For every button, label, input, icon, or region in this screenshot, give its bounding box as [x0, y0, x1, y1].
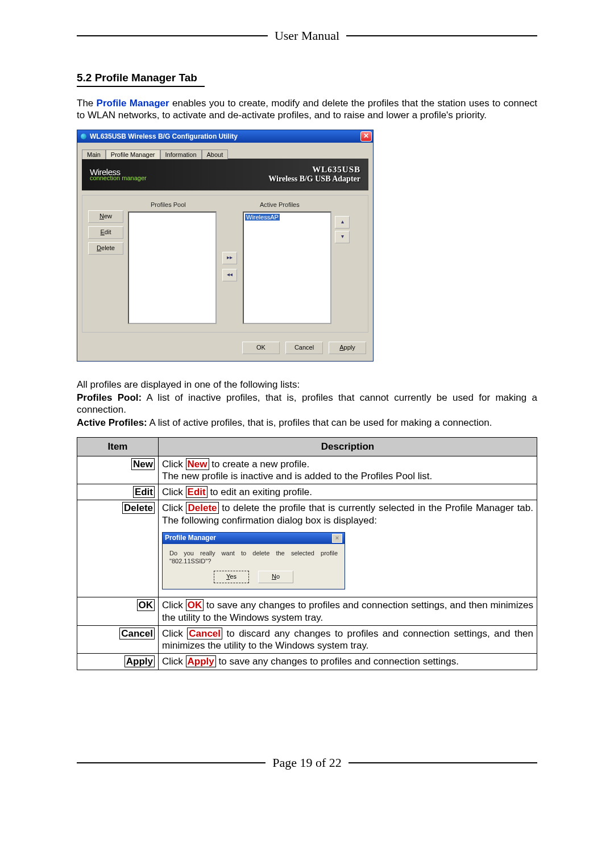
header-label: User Manual — [268, 28, 346, 43]
rule-right — [346, 35, 537, 36]
profiles-pool-text: A list of inactive profiles, that is, pr… — [77, 392, 537, 415]
confirm-buttons: Yes No — [163, 571, 345, 589]
active-profiles-desc: Active Profiles: A list of active profil… — [77, 417, 537, 429]
banner-right: WL635USB Wireless B/G USB Adapter — [268, 165, 360, 184]
tab-information[interactable]: Information — [160, 149, 202, 159]
tab-about[interactable]: About — [202, 149, 229, 159]
title-bar: WL635USB Wireless B/G Configuration Util… — [77, 130, 373, 143]
yes-button[interactable]: Yes — [214, 571, 249, 583]
ok-button[interactable]: OK — [242, 342, 280, 354]
priority-up-button[interactable]: ▴ — [335, 216, 350, 229]
item-ok: OK — [137, 599, 155, 611]
th-item: Item — [77, 437, 159, 456]
item-new: New — [131, 458, 155, 470]
table-row: Edit Click Edit to edit an exiting profi… — [77, 484, 537, 500]
priority-down-button[interactable]: ▾ — [335, 231, 350, 243]
active-profiles-list[interactable]: WirelessAP — [243, 211, 331, 324]
footer-rule-left — [77, 762, 265, 763]
section-title: 5.2 Profile Manager Tab — [77, 72, 537, 84]
active-item[interactable]: WirelessAP — [245, 214, 280, 221]
table-row: New Click New to create a new profile. T… — [77, 456, 537, 484]
confirm-close-icon[interactable]: × — [332, 534, 342, 543]
dialog-footer: OK Cancel Apply — [77, 337, 373, 361]
th-desc: Description — [159, 437, 537, 456]
cancel-button[interactable]: Cancel — [285, 342, 323, 354]
cancel-red: Cancel — [187, 628, 222, 639]
table-row: OK Click OK to save any changes to profi… — [77, 597, 537, 626]
move-left-button[interactable]: ◂◂ — [222, 269, 237, 281]
side-buttons: New Edit Delete — [88, 201, 123, 324]
tab-main[interactable]: Main — [82, 149, 106, 159]
new-line2: The new profile is inactive and is added… — [162, 471, 432, 481]
item-cancel: Cancel — [119, 628, 155, 639]
active-profiles-bold: Active Profiles: — [77, 417, 147, 428]
move-arrows: ▸▸ ◂◂ — [222, 213, 237, 321]
table-row: Delete Click Delete to delete the profil… — [77, 500, 537, 597]
item-apply: Apply — [125, 655, 155, 667]
tab-profile-manager[interactable]: Profile Manager — [106, 149, 160, 159]
intro-paragraph: The Profile Manager enables you to creat… — [77, 97, 537, 122]
no-button[interactable]: No — [258, 571, 293, 583]
app-icon — [81, 134, 86, 139]
delete-red: Delete — [186, 502, 218, 514]
new-button[interactable]: New — [88, 210, 123, 223]
dialog-body: New Edit Delete Profiles Pool ▸▸ ◂◂ Acti… — [82, 195, 368, 333]
edit-button[interactable]: Edit — [88, 226, 123, 239]
window-title: WL635USB Wireless B/G Configuration Util… — [90, 132, 360, 140]
item-edit: Edit — [133, 486, 155, 498]
profiles-pool-list[interactable] — [128, 211, 217, 324]
active-profiles-label: Active Profiles — [260, 201, 331, 208]
confirm-dialog: Profile Manager × Do you really want to … — [162, 532, 345, 590]
intro-blue: Profile Manager — [97, 98, 169, 109]
banner-adapter: Wireless B/G USB Adapter — [268, 175, 360, 184]
intro-prefix: The — [77, 98, 97, 109]
header-rule: User Manual — [77, 28, 537, 43]
tab-row: Main Profile Manager Information About — [77, 143, 373, 159]
delete-button[interactable]: Delete — [88, 242, 123, 255]
rule-left — [77, 35, 268, 36]
footer-label: Page 19 of 22 — [265, 755, 349, 770]
confirm-title-bar: Profile Manager × — [163, 533, 345, 544]
table-row: Apply Click Apply to save any changes to… — [77, 654, 537, 670]
lists-intro: All profiles are displayed in one of the… — [77, 379, 537, 391]
description-table: Item Description New Click New to create… — [77, 437, 537, 670]
new-red: New — [186, 458, 209, 470]
banner-model: WL635USB — [268, 165, 360, 175]
footer-rule-right — [349, 762, 537, 763]
item-delete: Delete — [122, 502, 155, 514]
banner-connection-manager: connection manager — [90, 175, 147, 181]
close-icon[interactable]: ✕ — [360, 131, 372, 142]
confirm-message: Do you really want to delete the selecte… — [163, 544, 345, 571]
section-underline — [77, 86, 205, 87]
priority-arrows: ▴ ▾ — [335, 214, 350, 246]
config-utility-window: WL635USB Wireless B/G Configuration Util… — [77, 130, 374, 362]
profiles-pool-bold: Profiles Pool: — [77, 392, 142, 403]
move-right-button[interactable]: ▸▸ — [222, 252, 237, 264]
active-column: Active Profiles WirelessAP — [243, 201, 331, 324]
edit-red: Edit — [186, 486, 208, 498]
table-row: Cancel Click Cancel to discard any chang… — [77, 625, 537, 654]
footer-rule: Page 19 of 22 — [77, 755, 537, 770]
profiles-pool-label: Profiles Pool — [151, 201, 217, 208]
active-profiles-text: A list of active profiles, that is, prof… — [147, 417, 492, 428]
ok-red: OK — [186, 599, 204, 611]
confirm-title: Profile Manager — [165, 534, 216, 542]
apply-red: Apply — [186, 655, 216, 667]
profiles-pool-desc: Profiles Pool: A list of inactive profil… — [77, 392, 537, 416]
banner-left: Wireless connection manager — [90, 167, 147, 181]
pool-column: New Edit Delete Profiles Pool — [88, 201, 217, 324]
banner: Wireless connection manager WL635USB Wir… — [82, 159, 368, 190]
apply-button[interactable]: Apply — [329, 342, 366, 354]
